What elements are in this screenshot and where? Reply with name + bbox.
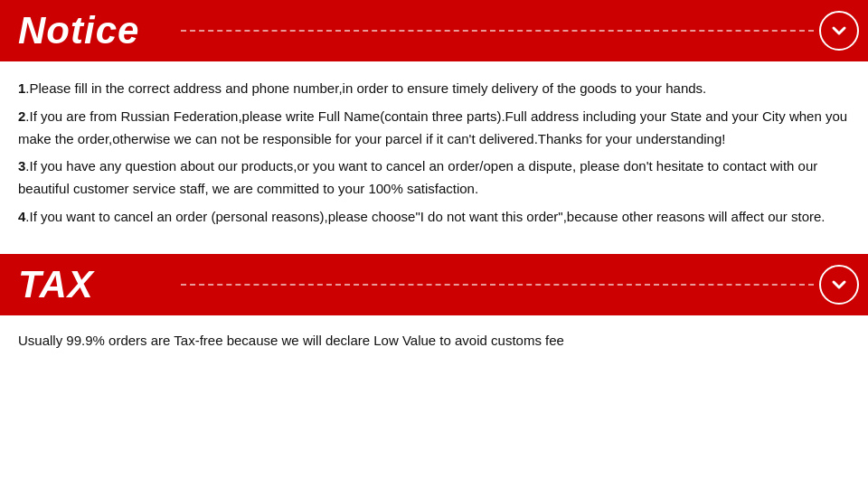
notice-item-4: 4.If you want to cancel an order (person… [18,206,850,229]
tax-title: TAX [18,263,163,306]
notice-item-2: 2.If you are from Russian Federation,ple… [18,106,850,151]
notice-divider [181,30,814,32]
tax-chevron-button[interactable] [819,265,859,305]
notice-item-1: 1.Please fill in the correct address and… [18,78,850,100]
tax-body-text: Usually 99.9% orders are Tax-free becaus… [18,333,564,348]
tax-body: Usually 99.9% orders are Tax-free becaus… [0,315,868,369]
notice-item-2-text: .If you are from Russian Federation,plea… [18,108,847,146]
tax-divider [181,284,814,286]
notice-chevron-button[interactable] [819,11,859,51]
notice-header: Notice [0,0,868,61]
notice-item-4-text: .If you want to cancel an order (persona… [25,209,825,224]
chevron-down-icon [830,22,848,40]
notice-item-3: 3.If you have any question about our pro… [18,155,850,201]
notice-item-1-text: .Please fill in the correct address and … [25,80,706,96]
chevron-down-icon [830,276,848,294]
notice-item-3-text: .If you have any question about our prod… [18,158,817,196]
tax-header: TAX [0,254,868,315]
notice-title: Notice [18,9,163,52]
notice-body: 1.Please fill in the correct address and… [0,61,868,254]
